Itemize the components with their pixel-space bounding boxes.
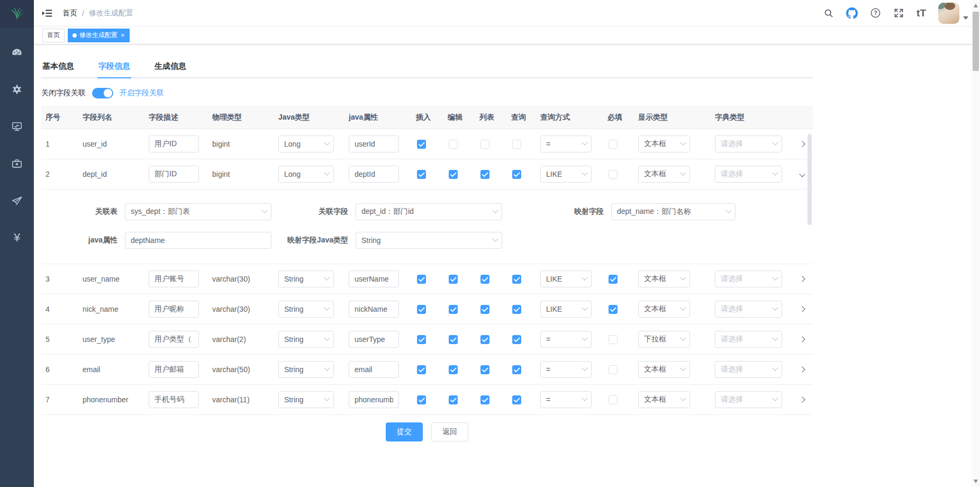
expand-icon[interactable] [799,336,805,342]
java-type-select[interactable]: String [278,331,334,348]
tag-home[interactable]: 首页 [42,29,65,42]
search-icon[interactable] [823,8,834,19]
insert-checkbox[interactable] [417,275,426,284]
tab-basic-info[interactable]: 基本信息 [41,56,75,77]
insert-checkbox[interactable] [417,305,426,314]
query-checkbox[interactable] [512,365,521,374]
query-type-select[interactable]: = [540,331,592,348]
java-field-input[interactable] [349,391,399,408]
edit-checkbox[interactable] [449,140,458,149]
list-checkbox[interactable] [480,305,489,314]
expand-icon[interactable] [799,366,805,372]
app-logo[interactable] [0,0,34,28]
sidebar-item-tool[interactable] [0,145,34,182]
display-type-select[interactable]: 下拉框 [638,331,690,348]
back-button[interactable]: 返回 [431,422,468,441]
field-desc-input[interactable] [149,391,199,408]
relation-switch[interactable] [92,88,113,98]
field-desc-input[interactable] [149,331,199,348]
query-type-select[interactable]: = [540,361,592,378]
relation-field-select[interactable]: dept_id：部门id [356,203,502,220]
java-field-input[interactable] [349,136,399,152]
avatar[interactable] [938,3,959,24]
required-checkbox[interactable] [609,170,618,179]
required-checkbox[interactable] [609,305,618,314]
display-type-select[interactable]: 文本框 [638,166,690,183]
tag-current[interactable]: 修改生成配置 × [68,29,130,42]
dict-type-select[interactable]: 请选择 [715,361,782,378]
table-scrollbar[interactable] [807,134,812,225]
sidebar-item-system[interactable] [0,71,34,108]
edit-checkbox[interactable] [449,335,458,344]
list-checkbox[interactable] [480,170,489,179]
scroll-down-arrow-icon[interactable] [974,480,978,483]
list-checkbox[interactable] [480,365,489,374]
java-type-select[interactable]: Long [278,166,334,183]
insert-checkbox[interactable] [417,140,426,149]
insert-checkbox[interactable] [417,365,426,374]
dict-type-select[interactable]: 请选择 [715,166,782,183]
query-checkbox[interactable] [512,305,521,314]
java-type-select[interactable]: String [278,391,334,408]
display-type-select[interactable]: 文本框 [638,270,690,287]
page-scrollbar[interactable] [972,0,980,487]
query-type-select[interactable]: LIKE [540,270,592,287]
insert-checkbox[interactable] [417,170,426,179]
required-checkbox[interactable] [609,365,618,374]
query-type-select[interactable]: LIKE [540,166,592,183]
java-field-input[interactable] [349,361,399,378]
list-checkbox[interactable] [480,140,489,149]
required-checkbox[interactable] [609,395,618,404]
query-checkbox[interactable] [512,395,521,404]
scroll-up-arrow-icon[interactable] [974,4,978,7]
list-checkbox[interactable] [480,395,489,404]
edit-checkbox[interactable] [449,395,458,404]
relation-table-select[interactable]: sys_dept：部门表 [125,203,271,220]
java-attr-input[interactable] [125,232,271,249]
query-type-select[interactable]: = [540,391,592,408]
java-field-input[interactable] [349,301,399,318]
dict-type-select[interactable]: 请选择 [715,270,782,287]
insert-checkbox[interactable] [417,395,426,404]
query-type-select[interactable]: LIKE [540,301,592,318]
java-type-select[interactable]: String [278,270,334,287]
display-type-select[interactable]: 文本框 [638,136,690,152]
expand-icon[interactable] [799,396,805,402]
required-checkbox[interactable] [609,140,618,149]
java-type-select[interactable]: String [278,361,334,378]
edit-checkbox[interactable] [449,275,458,284]
required-checkbox[interactable] [609,275,618,284]
question-icon[interactable]: ? [870,7,881,19]
java-field-input[interactable] [349,270,399,287]
expand-icon[interactable] [799,141,805,147]
insert-checkbox[interactable] [417,335,426,344]
tab-field-info[interactable]: 字段信息 [97,56,131,77]
dict-type-select[interactable]: 请选择 [715,331,782,348]
mapping-java-type-select[interactable]: String [356,232,502,249]
expand-icon[interactable] [799,276,805,282]
user-menu[interactable] [938,3,968,24]
java-type-select[interactable]: String [278,301,334,318]
java-field-input[interactable] [349,331,399,348]
java-field-input[interactable] [349,166,399,183]
field-desc-input[interactable] [149,136,199,152]
field-desc-input[interactable] [149,270,199,287]
edit-checkbox[interactable] [449,305,458,314]
tab-gen-info[interactable]: 生成信息 [153,56,187,77]
required-checkbox[interactable] [609,335,618,344]
display-type-select[interactable]: 文本框 [638,391,690,408]
field-desc-input[interactable] [149,301,199,318]
close-icon[interactable]: × [121,32,125,39]
query-checkbox[interactable] [512,140,521,149]
query-type-select[interactable]: = [540,136,592,152]
display-type-select[interactable]: 文本框 [638,361,690,378]
query-checkbox[interactable] [512,170,521,179]
breadcrumb-home[interactable]: 首页 [62,8,77,18]
submit-button[interactable]: 提交 [386,422,423,441]
dict-type-select[interactable]: 请选择 [715,136,782,152]
dict-type-select[interactable]: 请选择 [715,391,782,408]
query-checkbox[interactable] [512,275,521,284]
sidebar-item-deploy[interactable] [0,182,34,219]
sidebar-item-pay[interactable]: ¥ [0,219,34,256]
menu-fold-icon[interactable] [41,7,53,19]
